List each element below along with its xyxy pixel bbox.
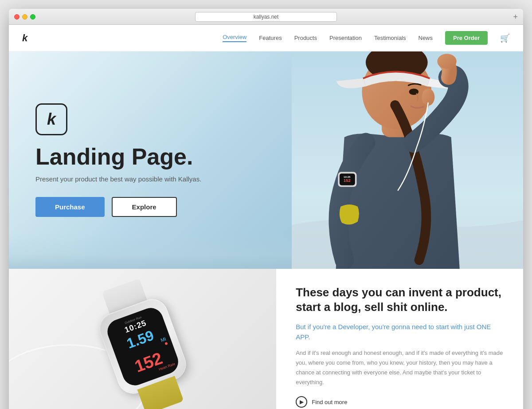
explore-button[interactable]: Explore [112, 197, 177, 217]
section-subheading: But if you're a Developer, you're gonna … [296, 322, 504, 342]
info-section: These days you can invent a product, sta… [276, 269, 523, 409]
hero-person-image: 10:25 152 [292, 51, 523, 269]
preorder-button[interactable]: Pre Order [445, 31, 488, 45]
hero-subtitle: Present your product the best way possib… [35, 175, 201, 183]
minimize-dot[interactable] [22, 14, 27, 20]
watch-heart-dot [164, 342, 168, 345]
nav-news[interactable]: News [419, 35, 433, 41]
address-text: kallyas.net [254, 14, 279, 20]
nav-presentation[interactable]: Presentation [329, 35, 362, 41]
cart-icon[interactable]: 🛒 [500, 33, 510, 43]
browser-window: kallyas.net + k Overview Features Produc… [9, 9, 523, 409]
hero-logo-box: k [35, 103, 67, 135]
address-bar[interactable]: kallyas.net [195, 12, 337, 22]
hero-left: k Landing Page. Present your product the… [9, 51, 292, 269]
section-heading: These days you can invent a product, sta… [296, 285, 504, 315]
watch-container: Outdoor Run 10:25 1.59 MI 152 Heart Rate [81, 284, 205, 409]
hero-logo-letter: k [47, 110, 56, 129]
navbar: k Overview Features Products Presentatio… [9, 25, 523, 51]
watch-section: Outdoor Run 10:25 1.59 MI 152 Heart Rate [9, 269, 276, 409]
watch-screen: Outdoor Run 10:25 1.59 MI 152 Heart Rate [104, 304, 181, 389]
nav-products[interactable]: Products [294, 35, 317, 41]
find-out-label: Find out more [312, 399, 347, 405]
nav-links: Overview Features Products Presentation … [223, 31, 510, 45]
hero-title: Landing Page. [35, 144, 193, 169]
nav-logo[interactable]: k [22, 32, 27, 44]
hero-buttons: Purchase Explore [35, 197, 177, 217]
close-dot[interactable] [14, 14, 20, 20]
hero-landscape [9, 233, 292, 269]
section-body: And if it's real enough and honest enoug… [296, 348, 504, 387]
nav-overview[interactable]: Overview [223, 34, 246, 42]
site-content: k Overview Features Products Presentatio… [9, 25, 523, 409]
svg-text:152: 152 [343, 178, 350, 183]
hero-right: 10:25 152 [292, 51, 523, 269]
nav-features[interactable]: Features [259, 35, 282, 41]
find-out-link[interactable]: ▶ Find out more [296, 396, 504, 408]
bottom-section: Outdoor Run 10:25 1.59 MI 152 Heart Rate [9, 269, 523, 409]
new-tab-button[interactable]: + [513, 13, 518, 21]
find-out-icon: ▶ [296, 396, 307, 408]
nav-testimonials[interactable]: Testimonials [374, 35, 406, 41]
hero-section: k Landing Page. Present your product the… [9, 51, 523, 269]
watch-display: Outdoor Run 10:25 1.59 MI 152 Heart Rate [95, 295, 190, 398]
maximize-dot[interactable] [30, 14, 35, 20]
browser-dots [14, 14, 35, 20]
browser-titlebar: kallyas.net + [9, 9, 523, 25]
purchase-button[interactable]: Purchase [35, 197, 105, 217]
svg-point-5 [437, 54, 456, 69]
